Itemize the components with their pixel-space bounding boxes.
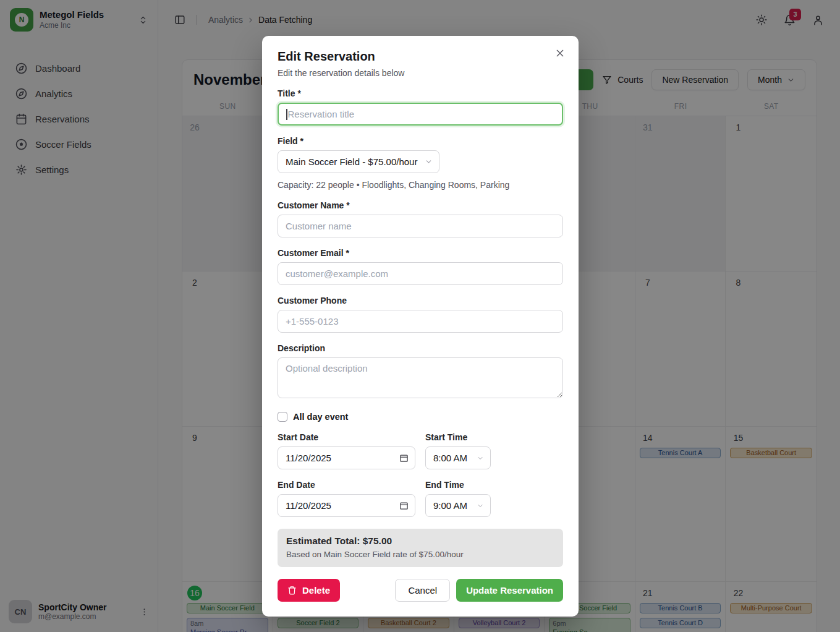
update-reservation-button[interactable]: Update Reservation bbox=[456, 579, 563, 602]
delete-button[interactable]: Delete bbox=[278, 579, 340, 602]
start-date-label: Start Date bbox=[278, 432, 415, 442]
customer-name-label: Customer Name * bbox=[278, 200, 563, 210]
calendar-icon[interactable] bbox=[399, 453, 409, 463]
text-cursor bbox=[286, 109, 287, 120]
close-icon[interactable] bbox=[555, 48, 565, 58]
start-date-input[interactable]: 11/20/2025 bbox=[278, 446, 415, 469]
end-date-input[interactable]: 11/20/2025 bbox=[278, 494, 415, 517]
customer-email-input[interactable] bbox=[278, 262, 563, 285]
field-capacity-help: Capacity: 22 people • Floodlights, Chang… bbox=[278, 180, 563, 190]
customer-phone-label: Customer Phone bbox=[278, 296, 563, 305]
end-date-label: End Date bbox=[278, 480, 415, 490]
calendar-icon[interactable] bbox=[399, 501, 409, 510]
description-label: Description bbox=[278, 343, 563, 353]
field-label: Field * bbox=[278, 136, 563, 146]
edit-reservation-modal: Edit Reservation Edit the reservation de… bbox=[262, 36, 579, 617]
all-day-checkbox[interactable] bbox=[278, 412, 287, 422]
chevron-down-icon bbox=[477, 455, 484, 462]
chevron-down-icon bbox=[477, 502, 484, 510]
estimated-total-box: Estimated Total: $75.00 Based on Main So… bbox=[278, 529, 563, 567]
title-label: Title * bbox=[278, 88, 563, 98]
end-time-select[interactable]: 9:00 AM bbox=[425, 494, 491, 517]
start-time-select[interactable]: 8:00 AM bbox=[425, 446, 491, 469]
customer-name-input[interactable] bbox=[278, 215, 563, 237]
chevron-down-icon bbox=[425, 158, 433, 166]
modal-title: Edit Reservation bbox=[278, 49, 563, 64]
trash-icon bbox=[287, 586, 297, 595]
start-time-label: Start Time bbox=[425, 432, 491, 442]
estimated-total: Estimated Total: $75.00 bbox=[286, 536, 554, 547]
end-time-label: End Time bbox=[425, 480, 491, 490]
cancel-button[interactable]: Cancel bbox=[395, 579, 450, 602]
description-textarea[interactable] bbox=[278, 357, 563, 398]
customer-phone-input[interactable] bbox=[278, 310, 563, 333]
customer-email-label: Customer Email * bbox=[278, 248, 563, 258]
all-day-label: All day event bbox=[293, 412, 348, 422]
estimated-total-note: Based on Main Soccer Field rate of $75.0… bbox=[286, 550, 554, 559]
modal-subtitle: Edit the reservation details below bbox=[278, 68, 563, 78]
title-input[interactable]: Reservation title bbox=[278, 103, 563, 126]
field-select[interactable]: Main Soccer Field - $75.00/hour bbox=[278, 150, 439, 173]
